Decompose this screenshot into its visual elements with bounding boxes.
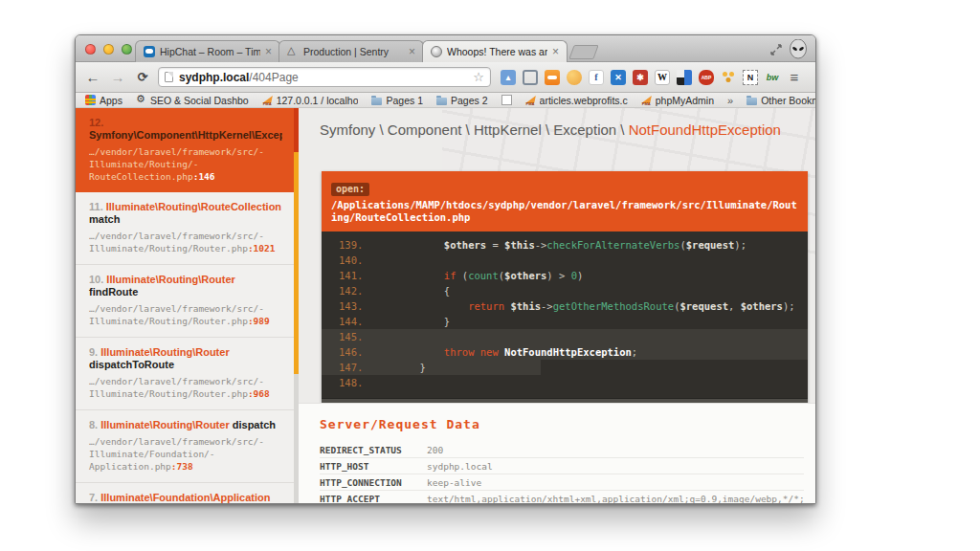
code-token: -> — [535, 239, 547, 251]
delicious-icon[interactable] — [677, 70, 692, 85]
browser-tab[interactable]: Whoops! There was an err× — [422, 40, 568, 62]
cloudflare-icon[interactable] — [545, 70, 560, 85]
code-text: } — [371, 360, 426, 375]
frame-class: Illuminate\Routing\Router — [106, 274, 234, 285]
phpmyadmin-icon — [641, 95, 652, 105]
expand-icon[interactable] — [769, 43, 783, 56]
frame-path-line: Illuminate/Routing/- — [89, 158, 282, 170]
browser-tab[interactable]: Production | Sentry× — [278, 40, 424, 62]
code-text: $others = $this->checkForAlternateVerbs(… — [371, 237, 746, 253]
code-token: throw new — [444, 346, 504, 358]
frame-number: 10. — [89, 274, 106, 285]
bookmark-label: Pages 1 — [386, 95, 423, 106]
close-window-button[interactable] — [85, 44, 96, 55]
tab-title: Production | Sentry — [303, 46, 404, 57]
url-path: /404Page — [249, 71, 298, 84]
frame-path-line: Application.php — [89, 461, 171, 472]
bookmark-item[interactable]: Pages 2 — [436, 95, 488, 106]
bookmark-star-icon[interactable]: ☆ — [473, 70, 484, 84]
stack-frame[interactable]: 7. Illuminate\Foundation\Application dis… — [76, 483, 294, 503]
browser-tab[interactable]: HipChat – Room – Timgws× — [135, 40, 280, 62]
menu-icon[interactable]: ≡ — [787, 70, 802, 85]
bookmark-item[interactable]: 127.0.0.1 / localho — [262, 95, 359, 106]
tab-strip: HipChat – Room – Timgws×Production | Sen… — [76, 35, 815, 62]
url-text[interactable]: sydphp.local/404Page — [179, 71, 467, 84]
bookmark-label: Other Bookmarks — [761, 95, 816, 106]
omnibox[interactable]: sydphp.local/404Page ☆ — [158, 67, 491, 87]
bookmarks-overflow-chevron[interactable]: » — [727, 95, 733, 106]
minimize-window-button[interactable] — [103, 44, 114, 55]
bookmarks-bar: AppsSEO & Social Dashbo127.0.0.1 / local… — [76, 93, 815, 108]
frame-number: 7. — [89, 492, 100, 503]
code-token: ); — [734, 239, 746, 251]
line-number: 142. — [322, 283, 371, 298]
mixpanel-icon[interactable]: ✕ — [611, 70, 626, 85]
stack-frame[interactable]: 10. Illuminate\Routing\Router findRoute…… — [76, 265, 294, 338]
forward-button[interactable]: → — [108, 69, 127, 85]
code-file-header: open: /Applications/MAMP/htdocs/sydphp/v… — [322, 171, 808, 231]
bookmark-item[interactable]: articles.webprofits.c — [525, 95, 628, 106]
phpmyadmin-icon — [525, 95, 536, 105]
frame-path-line: …/vendor/laravel/framework/src/- — [89, 230, 282, 242]
sessions-icon[interactable]: ✱ — [633, 70, 648, 85]
line-number: 139. — [322, 237, 371, 253]
line-number: 146. — [322, 344, 371, 360]
adblock-icon[interactable]: ABP — [699, 70, 714, 85]
reload-button[interactable]: ⟳ — [133, 70, 152, 84]
window-controls[interactable] — [85, 44, 132, 55]
honeycomb-icon[interactable] — [721, 70, 736, 85]
frame-header: 9. Illuminate\Routing\Router dispatchToR… — [89, 346, 282, 371]
code-token — [371, 239, 444, 251]
bookmark-label: SEO & Social Dashbo — [150, 95, 249, 106]
tab-close-icon[interactable]: × — [265, 46, 272, 57]
seo-icon — [136, 95, 146, 105]
image-capture-icon[interactable] — [501, 70, 516, 85]
frame-detail-main: Symfony \ Component \ HttpKernel \ Excep… — [299, 108, 815, 503]
exception-title: Symfony \ Component \ HttpKernel \ Excep… — [320, 121, 781, 138]
code-token: $others — [504, 270, 546, 281]
server-data-row: HTTP_ACCEPTtext/html,application/xhtml+x… — [320, 491, 804, 503]
window-extras — [769, 39, 808, 60]
tab-close-icon[interactable]: × — [552, 46, 559, 57]
tab-close-icon[interactable]: × — [409, 46, 415, 57]
bookmark-item[interactable]: Pages 1 — [371, 95, 423, 106]
bookmark-item[interactable]: Apps — [85, 95, 122, 106]
server-data-value: text/html,application/xhtml+xml,applicat… — [427, 494, 804, 503]
facebook-icon[interactable]: f — [589, 70, 604, 85]
code-line: 143. return $this->getOtherMethodsRoute(… — [322, 298, 808, 314]
code-token: -> — [541, 300, 553, 312]
code-token: $request — [686, 239, 735, 251]
stack-frame[interactable]: 12. Symfony\Component\HttpKernel\Excepti… — [76, 108, 294, 192]
clipper-icon[interactable]: N — [743, 70, 758, 85]
window-select-icon[interactable] — [523, 70, 538, 85]
bookmark-label: 127.0.0.1 / localho — [277, 95, 359, 106]
back-button[interactable]: ← — [83, 69, 102, 85]
code-text: throw new NotFoundHttpException; — [371, 344, 637, 360]
line-number: 145. — [322, 329, 371, 344]
zoom-window-button[interactable] — [122, 44, 132, 55]
bookmark-item[interactable]: SEO & Social Dashbo — [136, 95, 249, 106]
bookmark-item[interactable] — [501, 95, 512, 105]
stack-frame[interactable]: 8. Illuminate\Routing\Router dispatch…/v… — [76, 410, 294, 483]
bookmark-item[interactable]: phpMyAdmin — [641, 95, 714, 106]
code-file-path[interactable]: /Applications/MAMP/htdocs/sydphp/vendor/… — [331, 199, 798, 224]
code-token: $this — [504, 239, 535, 251]
open-badge[interactable]: open: — [331, 183, 369, 196]
new-tab-button[interactable] — [568, 45, 598, 59]
line-number: 144. — [322, 314, 371, 329]
frame-path: …/vendor/laravel/framework/src/-Illumina… — [89, 302, 282, 327]
stack-frame[interactable]: 9. Illuminate\Routing\Router dispatchToR… — [76, 338, 294, 410]
wikipedia-icon[interactable]: W — [655, 70, 670, 85]
exception-class: NotFoundHttpException — [629, 121, 781, 138]
frame-number: 11. — [89, 201, 106, 212]
emoji-icon[interactable] — [567, 70, 582, 85]
stack-frame[interactable]: 11. Illuminate\Routing\RouteCollection m… — [76, 192, 294, 265]
code-text: return $this->getOtherMethodsRoute($requ… — [371, 298, 795, 314]
browser-toolbar: ← → ⟳ sydphp.local/404Page ☆ f✕✱WABPNbw≡ — [76, 62, 815, 93]
other-bookmarks[interactable]: Other Bookmarks — [746, 95, 816, 106]
code-token: $others — [444, 239, 486, 251]
builtwith-icon[interactable]: bw — [765, 70, 780, 85]
profile-avatar-alien-icon[interactable] — [789, 39, 808, 60]
bookmark-label: Pages 2 — [451, 95, 488, 106]
frame-path-line: Illuminate/Routing/Router.php — [89, 316, 248, 326]
